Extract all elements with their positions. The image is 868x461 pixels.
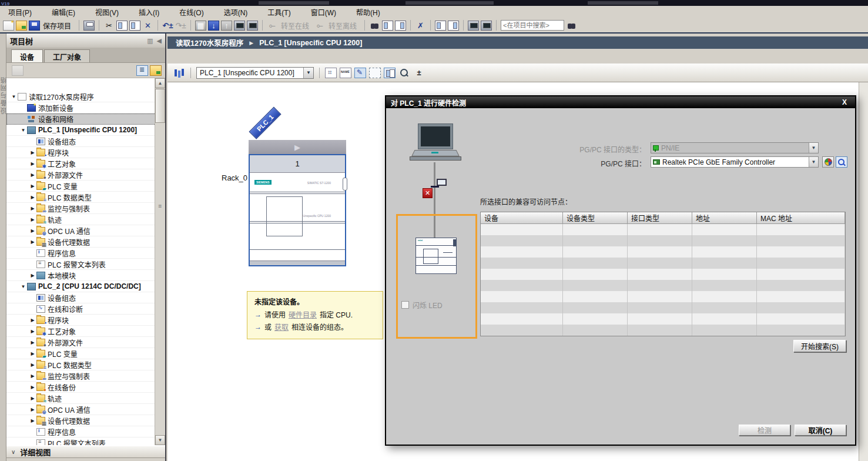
- caret-right-icon[interactable]: ▶: [29, 340, 36, 345]
- list-view-icon[interactable]: [136, 65, 148, 76]
- column-header-2[interactable]: 接口类型: [628, 212, 692, 224]
- tree-item[interactable]: ▶外部源文件: [6, 169, 165, 181]
- window-icon[interactable]: [382, 21, 393, 31]
- print-icon[interactable]: [83, 21, 95, 31]
- tree-item[interactable]: 程序信息: [6, 426, 165, 437]
- detail-view-bar[interactable]: ∨ 详细视图: [6, 445, 165, 458]
- tree-item[interactable]: ▶外部源文件: [6, 337, 165, 348]
- cross-reference-icon[interactable]: ✗: [415, 21, 426, 31]
- save-icon[interactable]: [29, 21, 40, 31]
- topology-view-icon[interactable]: [173, 68, 185, 78]
- cut-icon[interactable]: ✂: [103, 21, 115, 31]
- tree-item[interactable]: ▶PLC 数据类型: [6, 192, 165, 203]
- tree-item[interactable]: ▶设备代理数据: [6, 415, 165, 426]
- tree-item[interactable]: ▶设备代理数据: [6, 236, 165, 248]
- menu-item-1[interactable]: 编辑(E): [49, 6, 78, 18]
- tree-item[interactable]: ▶本地模块: [6, 270, 165, 281]
- columns-icon[interactable]: ▥: [147, 37, 153, 45]
- interface-properties-button[interactable]: [822, 156, 834, 168]
- tree-item[interactable]: 设备组态: [6, 136, 165, 147]
- caret-right-icon[interactable]: ▶: [29, 362, 36, 368]
- snap-grid-icon[interactable]: [369, 68, 381, 78]
- caret-right-icon[interactable]: ▶: [29, 407, 36, 412]
- caret-down-icon[interactable]: ▼: [19, 128, 27, 133]
- menu-item-7[interactable]: 窗口(W): [309, 6, 339, 18]
- tree-item[interactable]: ▼PLC_2 [CPU 1214C DC/DC/DC]: [6, 281, 165, 292]
- open-project-icon[interactable]: [16, 21, 27, 31]
- plc-name-badge[interactable]: PLC_1: [249, 106, 281, 139]
- collapse-panel-icon[interactable]: ◀: [157, 37, 162, 45]
- caret-down-icon[interactable]: ▼: [19, 284, 27, 289]
- tree-item[interactable]: ▶OPC UA 通信: [6, 404, 165, 415]
- caret-right-icon[interactable]: ▶: [29, 385, 36, 390]
- save-project-button[interactable]: 保存项目: [43, 21, 71, 31]
- menu-item-5[interactable]: 选项(N): [222, 6, 250, 18]
- scroll-down-icon[interactable]: ▼: [155, 435, 165, 445]
- show-tags-icon[interactable]: [354, 68, 366, 78]
- tab-1[interactable]: 工厂对象: [44, 49, 90, 62]
- tree-item[interactable]: ▶监控与强制表: [6, 370, 165, 382]
- collapsed-side-tab[interactable]: 设备与网络: [0, 34, 6, 461]
- stop-cpu-rt-icon[interactable]: [247, 21, 258, 31]
- window-icon-2[interactable]: [395, 21, 406, 31]
- caret-right-icon[interactable]: ▶: [29, 373, 36, 379]
- reset-layout-icon[interactable]: [481, 21, 492, 31]
- tree-item[interactable]: ▶工艺对象: [6, 158, 165, 169]
- columns-icon[interactable]: [384, 68, 396, 78]
- caret-right-icon[interactable]: ▶: [29, 161, 36, 166]
- tree-item[interactable]: ▶PLC 数据类型: [6, 359, 165, 370]
- column-header-1[interactable]: 设备类型: [563, 212, 628, 224]
- diagnostics-icon[interactable]: [369, 21, 380, 31]
- tree-item[interactable]: ▼PLC_1 [Unspecific CPU 1200]: [6, 125, 165, 136]
- go-offline-button[interactable]: 转至离线: [329, 21, 357, 31]
- device-selector[interactable]: PLC_1 [Unspecific CPU 1200] ▼: [196, 67, 314, 79]
- chevron-down-icon[interactable]: ▼: [303, 68, 313, 78]
- tree-item[interactable]: PLC 报警文本列表: [6, 437, 165, 445]
- upload-from-device-icon[interactable]: ↑: [221, 21, 232, 31]
- column-header-0[interactable]: 设备: [481, 212, 563, 224]
- tree-item[interactable]: ▶轨迹: [6, 214, 165, 225]
- caret-right-icon[interactable]: ▶: [29, 206, 36, 211]
- detect-link[interactable]: 获取: [274, 322, 289, 332]
- caret-right-icon[interactable]: ▶: [29, 150, 36, 155]
- caret-right-icon[interactable]: ▶: [29, 396, 36, 401]
- tree-item[interactable]: 设备和网络: [6, 113, 165, 125]
- menu-item-0[interactable]: 项目(P): [6, 6, 34, 18]
- compile-icon[interactable]: ▦: [195, 21, 206, 31]
- go-offline-plug-icon[interactable]: ⟜: [314, 21, 326, 31]
- menu-item-8[interactable]: 帮助(H): [354, 6, 383, 18]
- open-object-icon[interactable]: [150, 65, 162, 76]
- cancel-button[interactable]: 取消(C): [795, 425, 846, 436]
- detect-button[interactable]: 检测: [739, 425, 790, 436]
- tree-item[interactable]: 在线和诊断: [6, 303, 165, 315]
- redo-icon[interactable]: ↷±: [175, 21, 186, 31]
- caret-right-icon[interactable]: ▶: [29, 195, 36, 200]
- tree-item[interactable]: ▶工艺对象: [6, 326, 165, 337]
- scrollbar-thumb[interactable]: [155, 89, 165, 123]
- close-icon[interactable]: X: [839, 98, 850, 106]
- tree-item[interactable]: ▶程序块: [6, 147, 165, 158]
- breadcrumb-device[interactable]: PLC_1 [Unspecific CPU 1200]: [259, 39, 362, 47]
- hardware-catalog-link[interactable]: 硬件目录: [289, 309, 317, 319]
- new-object-icon[interactable]: [12, 65, 24, 76]
- caret-right-icon[interactable]: ▶: [29, 418, 36, 423]
- search-input[interactable]: [501, 20, 564, 31]
- keep-layout-icon[interactable]: [468, 21, 479, 31]
- menu-item-4[interactable]: 在线(O): [177, 6, 206, 18]
- flash-led-checkbox[interactable]: [401, 301, 409, 309]
- caret-right-icon[interactable]: ▶: [29, 329, 36, 334]
- go-online-button[interactable]: 转至在线: [281, 21, 309, 31]
- undo-icon[interactable]: ↶±: [162, 21, 173, 31]
- tree-item[interactable]: 程序信息: [6, 248, 165, 259]
- caret-right-icon[interactable]: ▶: [29, 217, 36, 222]
- splitter-grip[interactable]: ≡: [156, 203, 164, 209]
- tree-item[interactable]: ▶监控与强制表: [6, 203, 165, 214]
- interface-diagnostics-button[interactable]: [836, 156, 847, 168]
- delete-icon[interactable]: ✕: [142, 21, 153, 31]
- breadcrumb-project[interactable]: 读取1270水泵房程序: [176, 37, 243, 48]
- tree-item[interactable]: ▶PLC 变量: [6, 181, 165, 192]
- caret-right-icon[interactable]: ▶: [29, 318, 36, 323]
- tree-item[interactable]: ▶PLC 变量: [6, 348, 165, 359]
- scroll-up-icon[interactable]: ▲: [155, 78, 165, 88]
- name-tag-icon[interactable]: [340, 68, 351, 78]
